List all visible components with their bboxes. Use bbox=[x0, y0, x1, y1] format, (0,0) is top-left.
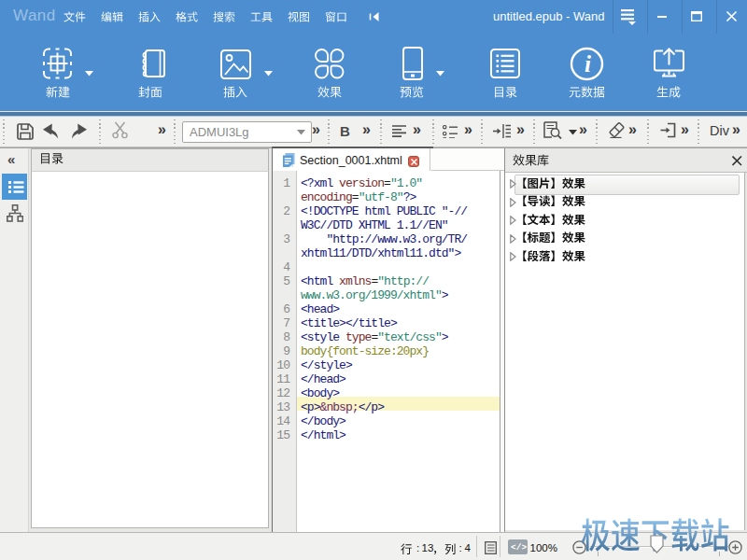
svg-text:i: i bbox=[585, 51, 591, 77]
